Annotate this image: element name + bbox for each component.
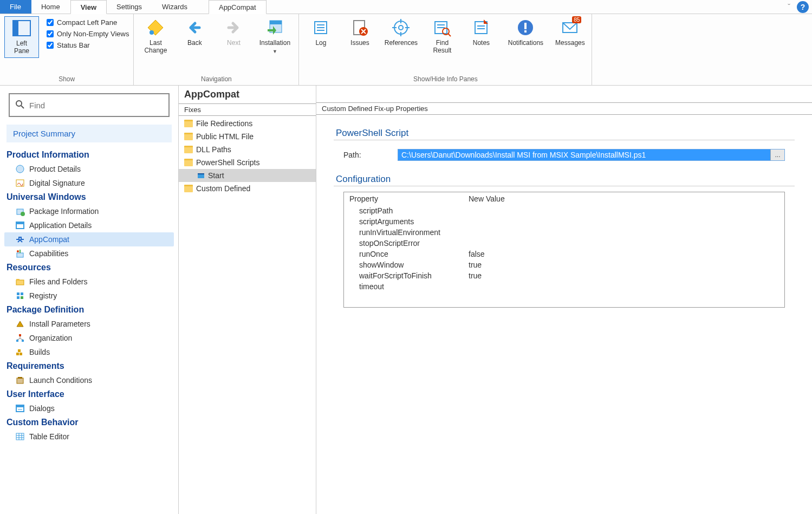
log-icon — [311, 18, 330, 37]
cell-property: timeout — [344, 281, 463, 307]
nav-item-label: Launch Conditions — [29, 376, 92, 385]
tree-item-label: DLL Paths — [196, 145, 231, 154]
nav-item-launch-conditions[interactable]: Launch Conditions — [4, 373, 174, 387]
tree-item-label: File Redirections — [196, 119, 252, 128]
tab-appcompat[interactable]: AppCompat — [209, 0, 267, 14]
table-row[interactable]: runInVirtualEnvironment — [344, 227, 723, 238]
nav-item-label: Table Editor — [29, 432, 69, 441]
svg-rect-62 — [16, 433, 24, 440]
nav-item-builds[interactable]: Builds — [4, 345, 174, 359]
nav-item-files-and-folders[interactable]: Files and Folders — [4, 275, 174, 289]
back-button[interactable]: Back — [177, 16, 212, 49]
tree-item-public-html-file[interactable]: Public HTML File — [179, 130, 316, 143]
nav-item-dialogs[interactable]: Dialogs — [4, 401, 174, 415]
installation-button[interactable]: Installation ▼ — [255, 16, 294, 57]
cell-property: showWindow — [344, 259, 463, 270]
nav-heading-resources[interactable]: Resources — [4, 261, 174, 275]
nav-heading-package-definition[interactable]: Package Definition — [4, 303, 174, 317]
references-button[interactable]: References — [381, 16, 420, 49]
nav-heading-custom-behavior[interactable]: Custom Behavior — [4, 415, 174, 430]
tree-item-dll-paths[interactable]: DLL Paths — [179, 143, 316, 156]
fixes-pane: AppCompat Fixes File RedirectionsPublic … — [179, 86, 316, 514]
nav-heading-universal-windows[interactable]: Universal Windows — [4, 190, 174, 204]
nav-item-icon — [15, 164, 25, 174]
cell-property: runInVirtualEnvironment — [344, 227, 463, 238]
nav-heading-requirements[interactable]: Requirements — [4, 359, 174, 373]
properties-header: Custom Defined Fix-up Properties — [316, 102, 812, 115]
notes-button[interactable]: Notes — [464, 16, 498, 49]
nav-item-label: Digital Signature — [29, 179, 85, 187]
nav-item-product-details[interactable]: Product Details — [4, 162, 174, 176]
nav-item-table-editor[interactable]: Table Editor — [4, 430, 174, 444]
table-row[interactable]: waitForScriptToFinishtrue — [344, 270, 723, 281]
tree-item-custom-defined[interactable]: Custom Defined — [179, 182, 316, 195]
nav-item-organization[interactable]: Organization — [4, 331, 174, 345]
tab-file[interactable]: File — [0, 0, 31, 14]
tab-wizards[interactable]: Wizards — [152, 0, 198, 14]
messages-icon: 85 — [561, 18, 579, 37]
table-row[interactable]: scriptArguments — [344, 216, 723, 227]
tree-item-label: Start — [208, 171, 224, 180]
nav-heading-user-interface[interactable]: User Interface — [4, 387, 174, 401]
left-pane-icon — [12, 19, 31, 37]
left-pane-label: Left Pane — [14, 40, 29, 55]
tree-item-powershell-scripts[interactable]: PowerShell Scripts — [179, 156, 316, 169]
table-row[interactable]: stopOnScriptError — [344, 238, 723, 249]
cell-property: waitForScriptToFinish — [344, 270, 463, 281]
nav-item-digital-signature[interactable]: Digital Signature — [4, 176, 174, 190]
nav-item-label: Product Details — [29, 165, 81, 173]
nav-item-capabilities[interactable]: Capabilities — [4, 246, 174, 261]
tab-view[interactable]: View — [70, 0, 107, 14]
nav-item-icon — [15, 319, 25, 329]
col-property: Property — [344, 192, 463, 205]
notifications-button[interactable]: Notifications — [503, 16, 548, 49]
search-input[interactable] — [29, 101, 163, 110]
cell-property: scriptArguments — [344, 216, 463, 227]
nav-item-icon — [15, 404, 25, 413]
search-box[interactable] — [9, 93, 170, 117]
nav-heading-product-information[interactable]: Product Information — [4, 148, 174, 162]
collapse-ribbon-icon[interactable]: ˇ — [784, 3, 794, 11]
nav-item-appcompat[interactable]: AppCompat — [4, 232, 174, 246]
svg-rect-39 — [16, 222, 24, 224]
nav-item-application-details[interactable]: Application Details — [4, 218, 174, 232]
svg-rect-58 — [18, 377, 22, 379]
tab-settings[interactable]: Settings — [107, 0, 152, 14]
cell-value — [463, 216, 723, 227]
issues-button[interactable]: Issues — [342, 16, 377, 49]
fixes-tree: File RedirectionsPublic HTML FileDLL Pat… — [179, 116, 316, 196]
svg-rect-46 — [17, 296, 20, 299]
ribbon-group-panes: Log Issues References Find Result Notes … — [299, 14, 592, 85]
svg-rect-40 — [17, 253, 23, 257]
col-new-value: New Value — [463, 192, 723, 205]
table-row[interactable]: showWindowtrue — [344, 259, 723, 270]
main-area: Project Summary Product InformationProdu… — [0, 86, 812, 514]
only-non-empty-views-checkbox[interactable]: Only Non-Empty Views — [47, 30, 129, 38]
nav-item-install-parameters[interactable]: Install Parameters — [4, 317, 174, 331]
ribbon-group-panes-label: Show/Hide Info Panes — [303, 74, 587, 84]
left-pane-button[interactable]: Left Pane — [4, 16, 39, 58]
browse-button[interactable]: ... — [770, 149, 784, 160]
table-row[interactable]: runOncefalse — [344, 249, 723, 259]
configuration-table[interactable]: Property New Value scriptPathscriptArgum… — [343, 192, 785, 308]
nav-item-label: Package Information — [29, 207, 99, 216]
messages-button[interactable]: 85 Messages — [553, 16, 587, 49]
svg-rect-48 — [19, 334, 21, 336]
nav-item-icon — [15, 220, 25, 230]
status-bar-checkbox[interactable]: Status Bar — [47, 41, 129, 49]
table-row[interactable]: scriptPath — [344, 205, 723, 216]
table-row[interactable]: timeout — [344, 281, 723, 307]
tab-home[interactable]: Home — [31, 0, 70, 14]
back-arrow-icon — [185, 18, 204, 37]
log-button[interactable]: Log — [303, 16, 338, 49]
help-icon[interactable]: ? — [797, 1, 809, 13]
project-summary-link[interactable]: Project Summary — [7, 125, 172, 142]
find-result-button[interactable]: Find Result — [425, 16, 459, 57]
tree-item-file-redirections[interactable]: File Redirections — [179, 117, 316, 130]
compact-left-pane-checkbox[interactable]: Compact Left Pane — [47, 18, 129, 27]
last-change-button[interactable]: Last Change — [138, 16, 173, 57]
tree-item-start[interactable]: Start — [179, 169, 316, 182]
path-input[interactable] — [398, 149, 770, 160]
nav-item-package-information[interactable]: Package Information — [4, 204, 174, 218]
nav-item-registry[interactable]: Registry — [4, 289, 174, 303]
